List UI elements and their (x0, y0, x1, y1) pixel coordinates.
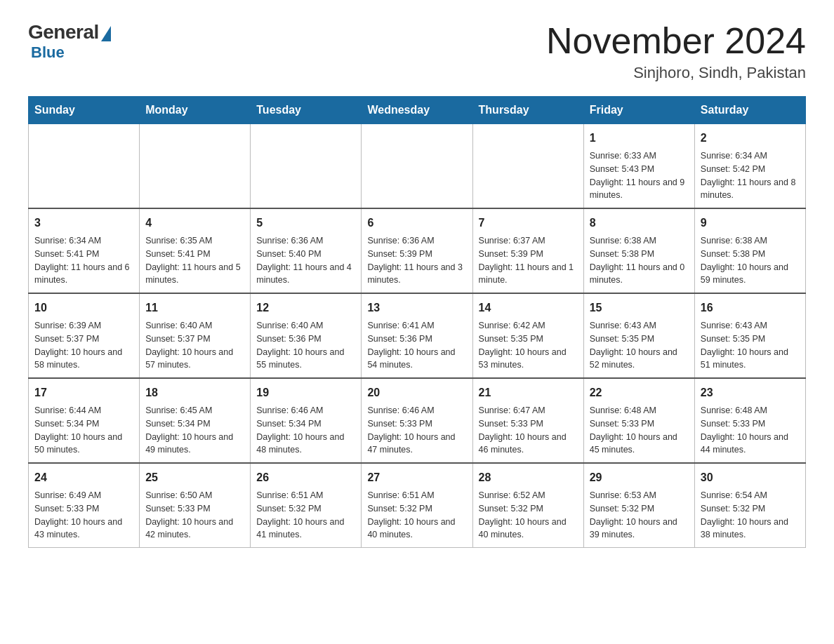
calendar-cell: 15Sunrise: 6:43 AMSunset: 5:35 PMDayligh… (583, 293, 694, 378)
day-info: Sunrise: 6:51 AMSunset: 5:32 PMDaylight:… (256, 489, 355, 542)
calendar-cell (29, 124, 140, 209)
calendar-cell: 27Sunrise: 6:51 AMSunset: 5:32 PMDayligh… (362, 463, 472, 548)
calendar-cell: 4Sunrise: 6:35 AMSunset: 5:41 PMDaylight… (140, 208, 251, 293)
day-info: Sunrise: 6:38 AMSunset: 5:38 PMDaylight:… (590, 234, 689, 287)
calendar-cell: 23Sunrise: 6:48 AMSunset: 5:33 PMDayligh… (694, 378, 805, 463)
calendar-cell: 6Sunrise: 6:36 AMSunset: 5:39 PMDaylight… (362, 208, 472, 293)
day-info: Sunrise: 6:46 AMSunset: 5:34 PMDaylight:… (256, 404, 355, 457)
calendar-header-tuesday: Tuesday (251, 97, 362, 124)
calendar-cell: 30Sunrise: 6:54 AMSunset: 5:32 PMDayligh… (694, 463, 805, 548)
day-number: 19 (256, 384, 355, 401)
day-number: 4 (145, 215, 244, 232)
title-section: November 2024 Sinjhoro, Sindh, Pakistan (546, 21, 806, 82)
day-number: 23 (701, 384, 800, 401)
calendar-cell: 28Sunrise: 6:52 AMSunset: 5:32 PMDayligh… (472, 463, 583, 548)
calendar-cell: 1Sunrise: 6:33 AMSunset: 5:43 PMDaylight… (583, 124, 694, 209)
day-info: Sunrise: 6:38 AMSunset: 5:38 PMDaylight:… (701, 234, 800, 287)
calendar-header-monday: Monday (140, 97, 251, 124)
calendar-row-4: 24Sunrise: 6:49 AMSunset: 5:33 PMDayligh… (29, 463, 806, 548)
day-info: Sunrise: 6:49 AMSunset: 5:33 PMDaylight:… (34, 489, 133, 542)
logo-blue-text: Blue (31, 43, 65, 62)
day-number: 30 (701, 469, 800, 486)
calendar-cell: 14Sunrise: 6:42 AMSunset: 5:35 PMDayligh… (472, 293, 583, 378)
calendar-cell: 16Sunrise: 6:43 AMSunset: 5:35 PMDayligh… (694, 293, 805, 378)
day-number: 25 (145, 469, 244, 486)
day-number: 28 (479, 469, 578, 486)
calendar-cell: 25Sunrise: 6:50 AMSunset: 5:33 PMDayligh… (140, 463, 251, 548)
day-info: Sunrise: 6:36 AMSunset: 5:40 PMDaylight:… (256, 234, 355, 287)
day-info: Sunrise: 6:43 AMSunset: 5:35 PMDaylight:… (701, 319, 800, 372)
calendar-cell: 8Sunrise: 6:38 AMSunset: 5:38 PMDaylight… (583, 208, 694, 293)
day-number: 21 (479, 384, 578, 401)
calendar-row-3: 17Sunrise: 6:44 AMSunset: 5:34 PMDayligh… (29, 378, 806, 463)
day-info: Sunrise: 6:43 AMSunset: 5:35 PMDaylight:… (590, 319, 689, 372)
calendar-header-sunday: Sunday (29, 97, 140, 124)
calendar-cell: 11Sunrise: 6:40 AMSunset: 5:37 PMDayligh… (140, 293, 251, 378)
day-number: 8 (590, 215, 689, 232)
calendar-cell: 26Sunrise: 6:51 AMSunset: 5:32 PMDayligh… (251, 463, 362, 548)
calendar-cell: 2Sunrise: 6:34 AMSunset: 5:42 PMDaylight… (694, 124, 805, 209)
logo-general-text: General (28, 21, 99, 43)
day-number: 22 (590, 384, 689, 401)
day-number: 12 (256, 300, 355, 316)
day-info: Sunrise: 6:34 AMSunset: 5:42 PMDaylight:… (701, 149, 800, 202)
day-number: 1 (590, 130, 689, 147)
day-number: 15 (590, 300, 689, 316)
day-info: Sunrise: 6:46 AMSunset: 5:33 PMDaylight:… (367, 404, 466, 457)
day-info: Sunrise: 6:45 AMSunset: 5:34 PMDaylight:… (145, 404, 244, 457)
day-number: 10 (34, 300, 133, 316)
calendar-row-0: 1Sunrise: 6:33 AMSunset: 5:43 PMDaylight… (29, 124, 806, 209)
calendar-cell: 21Sunrise: 6:47 AMSunset: 5:33 PMDayligh… (472, 378, 583, 463)
calendar-cell: 22Sunrise: 6:48 AMSunset: 5:33 PMDayligh… (583, 378, 694, 463)
calendar-cell: 13Sunrise: 6:41 AMSunset: 5:36 PMDayligh… (362, 293, 472, 378)
calendar-cell: 12Sunrise: 6:40 AMSunset: 5:36 PMDayligh… (251, 293, 362, 378)
page-header: General Blue November 2024 Sinjhoro, Sin… (28, 21, 806, 82)
day-info: Sunrise: 6:37 AMSunset: 5:39 PMDaylight:… (479, 234, 578, 287)
day-info: Sunrise: 6:47 AMSunset: 5:33 PMDaylight:… (479, 404, 578, 457)
calendar-row-2: 10Sunrise: 6:39 AMSunset: 5:37 PMDayligh… (29, 293, 806, 378)
calendar-header-row: SundayMondayTuesdayWednesdayThursdayFrid… (29, 97, 806, 124)
day-info: Sunrise: 6:44 AMSunset: 5:34 PMDaylight:… (34, 404, 133, 457)
logo: General Blue (28, 21, 111, 62)
calendar-cell (472, 124, 583, 209)
day-number: 14 (479, 300, 578, 316)
calendar-row-1: 3Sunrise: 6:34 AMSunset: 5:41 PMDaylight… (29, 208, 806, 293)
day-info: Sunrise: 6:39 AMSunset: 5:37 PMDaylight:… (34, 319, 133, 372)
day-number: 13 (367, 300, 466, 316)
day-number: 17 (34, 384, 133, 401)
day-info: Sunrise: 6:35 AMSunset: 5:41 PMDaylight:… (145, 234, 244, 287)
calendar-cell: 18Sunrise: 6:45 AMSunset: 5:34 PMDayligh… (140, 378, 251, 463)
day-info: Sunrise: 6:52 AMSunset: 5:32 PMDaylight:… (479, 489, 578, 542)
day-info: Sunrise: 6:50 AMSunset: 5:33 PMDaylight:… (145, 489, 244, 542)
day-number: 26 (256, 469, 355, 486)
day-info: Sunrise: 6:36 AMSunset: 5:39 PMDaylight:… (367, 234, 466, 287)
day-number: 27 (367, 469, 466, 486)
day-info: Sunrise: 6:54 AMSunset: 5:32 PMDaylight:… (701, 489, 800, 542)
calendar-header-thursday: Thursday (472, 97, 583, 124)
day-number: 6 (367, 215, 466, 232)
day-info: Sunrise: 6:33 AMSunset: 5:43 PMDaylight:… (590, 149, 689, 202)
calendar-header-friday: Friday (583, 97, 694, 124)
calendar-cell (251, 124, 362, 209)
day-number: 2 (701, 130, 800, 147)
calendar-cell: 10Sunrise: 6:39 AMSunset: 5:37 PMDayligh… (29, 293, 140, 378)
calendar-cell (140, 124, 251, 209)
day-info: Sunrise: 6:48 AMSunset: 5:33 PMDaylight:… (590, 404, 689, 457)
day-info: Sunrise: 6:40 AMSunset: 5:36 PMDaylight:… (256, 319, 355, 372)
calendar-cell: 24Sunrise: 6:49 AMSunset: 5:33 PMDayligh… (29, 463, 140, 548)
day-number: 3 (34, 215, 133, 232)
day-number: 9 (701, 215, 800, 232)
day-number: 7 (479, 215, 578, 232)
day-info: Sunrise: 6:34 AMSunset: 5:41 PMDaylight:… (34, 234, 133, 287)
calendar-cell: 7Sunrise: 6:37 AMSunset: 5:39 PMDaylight… (472, 208, 583, 293)
day-number: 11 (145, 300, 244, 316)
day-info: Sunrise: 6:42 AMSunset: 5:35 PMDaylight:… (479, 319, 578, 372)
calendar-cell: 5Sunrise: 6:36 AMSunset: 5:40 PMDaylight… (251, 208, 362, 293)
day-number: 16 (701, 300, 800, 316)
day-number: 24 (34, 469, 133, 486)
calendar-cell (362, 124, 472, 209)
calendar-table: SundayMondayTuesdayWednesdayThursdayFrid… (28, 96, 806, 548)
calendar-cell: 9Sunrise: 6:38 AMSunset: 5:38 PMDaylight… (694, 208, 805, 293)
day-number: 29 (590, 469, 689, 486)
calendar-cell: 20Sunrise: 6:46 AMSunset: 5:33 PMDayligh… (362, 378, 472, 463)
